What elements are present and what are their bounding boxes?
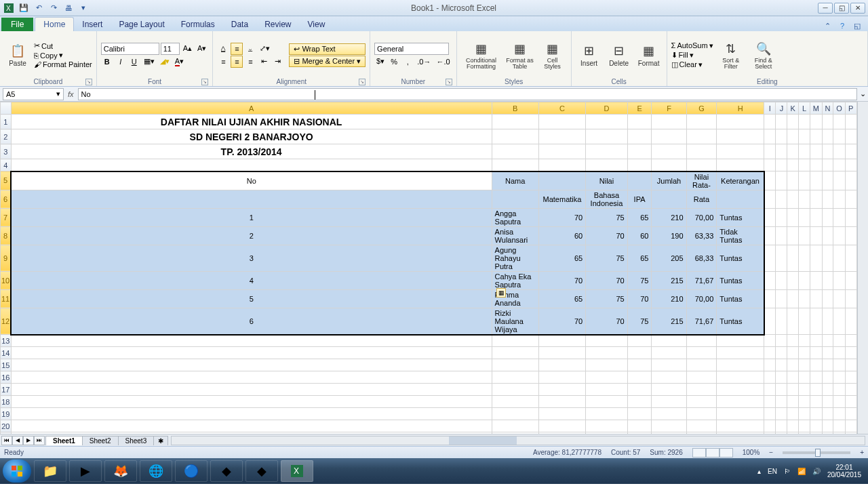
zoom-in-icon[interactable]: +: [860, 449, 864, 456]
cell-H8[interactable]: Tidak Tuntas: [717, 226, 764, 245]
cell-I17[interactable]: [764, 384, 776, 396]
number-launcher[interactable]: ↘: [446, 79, 452, 85]
col-header-D[interactable]: D: [586, 102, 628, 115]
cell-O3[interactable]: [833, 144, 845, 159]
percent-icon[interactable]: %: [388, 56, 400, 68]
cell-J11[interactable]: [776, 289, 787, 308]
cell-H6[interactable]: [717, 190, 764, 208]
cell-M15[interactable]: [810, 359, 822, 371]
cell-B2[interactable]: [492, 129, 538, 144]
col-header-M[interactable]: M: [810, 102, 822, 115]
cell-K4[interactable]: [787, 159, 799, 171]
fx-icon[interactable]: fx: [68, 90, 74, 98]
clipboard-launcher[interactable]: ↘: [85, 79, 92, 85]
row-header-16[interactable]: 16: [1, 371, 12, 384]
cell-J3[interactable]: [776, 144, 787, 159]
cell-J5[interactable]: [776, 171, 787, 190]
cell-C19[interactable]: [538, 408, 586, 420]
cell-P2[interactable]: [845, 129, 856, 144]
cell-L20[interactable]: [799, 420, 810, 432]
cell-G6[interactable]: Rata: [686, 190, 717, 208]
font-launcher[interactable]: ↘: [201, 79, 208, 85]
cell-A21[interactable]: [11, 432, 492, 434]
cell-F5[interactable]: Jumlah: [652, 171, 686, 190]
window-options-icon[interactable]: ◱: [852, 20, 863, 31]
cell-C12[interactable]: 70: [538, 308, 586, 335]
cell-H1[interactable]: [717, 115, 764, 129]
row-header-15[interactable]: 15: [1, 359, 12, 371]
format-painter-button[interactable]: 🖌 Format Painter: [34, 60, 92, 68]
tab-view[interactable]: View: [300, 18, 334, 31]
row-header-2[interactable]: 2: [1, 129, 12, 144]
cell-N4[interactable]: [822, 159, 833, 171]
cell-N13[interactable]: [822, 335, 833, 347]
tray-network-icon[interactable]: 📶: [797, 468, 806, 475]
font-size-combo[interactable]: 11: [161, 43, 180, 55]
cell-N16[interactable]: [822, 371, 833, 384]
cell-D11[interactable]: 75: [586, 289, 628, 308]
cell-A17[interactable]: [11, 384, 492, 396]
cell-L7[interactable]: [799, 208, 810, 226]
cell-G9[interactable]: 68,33: [686, 245, 717, 271]
cell-N21[interactable]: [822, 432, 833, 434]
cell-J9[interactable]: [776, 245, 787, 271]
col-header-K[interactable]: K: [787, 102, 799, 115]
cell-J18[interactable]: [776, 396, 787, 408]
cell-M3[interactable]: [810, 144, 822, 159]
align-middle-icon[interactable]: ≡: [231, 43, 243, 55]
cell-L21[interactable]: [799, 432, 810, 434]
cell-D10[interactable]: 70: [586, 271, 628, 289]
cell-L9[interactable]: [799, 245, 810, 271]
cell-D1[interactable]: [586, 115, 628, 129]
cell-H12[interactable]: Tuntas: [717, 308, 764, 335]
cell-O17[interactable]: [833, 384, 845, 396]
cell-I12[interactable]: [764, 308, 776, 335]
cell-I5[interactable]: [764, 171, 776, 190]
cell-D3[interactable]: [586, 144, 628, 159]
cell-B10[interactable]: Cahya Eka Saputra: [492, 271, 538, 289]
cell-B8[interactable]: Anisa Wulansari: [492, 226, 538, 245]
cell-D19[interactable]: [586, 408, 628, 420]
cell-N7[interactable]: [822, 208, 833, 226]
taskbar-app3[interactable]: ◆: [245, 460, 278, 482]
cell-N1[interactable]: [822, 115, 833, 129]
cell-O18[interactable]: [833, 396, 845, 408]
row-header-19[interactable]: 19: [1, 408, 12, 420]
cell-I18[interactable]: [764, 396, 776, 408]
shrink-font-icon[interactable]: A▾: [195, 43, 208, 55]
cell-I2[interactable]: [764, 129, 776, 144]
cell-P16[interactable]: [845, 371, 856, 384]
cell-P14[interactable]: [845, 347, 856, 359]
col-header-O[interactable]: O: [833, 102, 845, 115]
cell-C17[interactable]: [538, 384, 586, 396]
col-header-B[interactable]: B: [492, 102, 538, 115]
cell-G19[interactable]: [686, 408, 717, 420]
cell-G8[interactable]: 63,33: [686, 226, 717, 245]
cell-H19[interactable]: [717, 408, 764, 420]
cell-J16[interactable]: [776, 371, 787, 384]
cell-J20[interactable]: [776, 420, 787, 432]
row-header-13[interactable]: 13: [1, 335, 12, 347]
cell-I21[interactable]: [764, 432, 776, 434]
cell-C9[interactable]: 65: [538, 245, 586, 271]
cell-O8[interactable]: [833, 226, 845, 245]
cell-J10[interactable]: [776, 271, 787, 289]
cell-K2[interactable]: [787, 129, 799, 144]
cell-F15[interactable]: [652, 359, 686, 371]
cell-I10[interactable]: [764, 271, 776, 289]
tray-arrow-icon[interactable]: ▴: [757, 468, 761, 475]
wrap-text-button[interactable]: ↩Wrap Text: [289, 43, 366, 55]
cell-C16[interactable]: [538, 371, 586, 384]
cell-P13[interactable]: [845, 335, 856, 347]
col-header-L[interactable]: L: [799, 102, 810, 115]
cell-A1[interactable]: DAFTAR NILAI UJIAN AKHIR NASIONAL: [11, 115, 492, 129]
horizontal-scrollbar[interactable]: [171, 436, 865, 445]
cell-G2[interactable]: [686, 129, 717, 144]
cell-F2[interactable]: [652, 129, 686, 144]
cell-J1[interactable]: [776, 115, 787, 129]
cell-O5[interactable]: [833, 171, 845, 190]
cell-E5[interactable]: [627, 171, 652, 190]
cell-M20[interactable]: [810, 420, 822, 432]
tab-file[interactable]: File: [1, 18, 33, 31]
cell-H21[interactable]: [717, 432, 764, 434]
